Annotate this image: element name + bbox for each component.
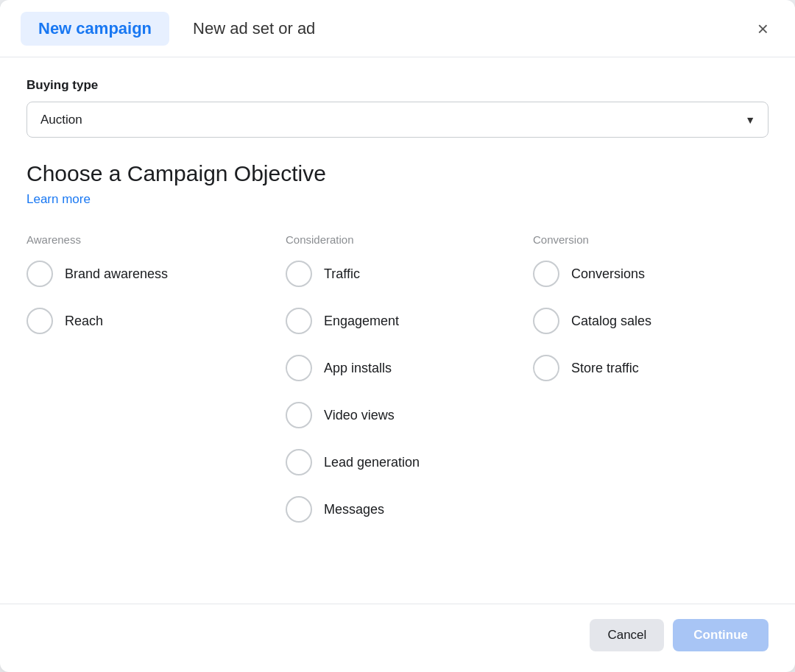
messages-option[interactable]: Messages bbox=[286, 496, 509, 523]
modal-body: Buying type Auction Reach and Frequency … bbox=[0, 57, 795, 604]
brand-awareness-radio[interactable] bbox=[26, 261, 53, 287]
brand-awareness-option[interactable]: Brand awareness bbox=[26, 261, 262, 287]
tab-new-campaign[interactable]: New campaign bbox=[21, 12, 169, 46]
app-installs-radio[interactable] bbox=[286, 355, 312, 381]
store-traffic-label: Store traffic bbox=[571, 361, 639, 376]
traffic-option[interactable]: Traffic bbox=[286, 261, 509, 287]
messages-radio[interactable] bbox=[286, 496, 312, 523]
traffic-label: Traffic bbox=[324, 266, 360, 282]
awareness-column-header: Awareness bbox=[26, 233, 262, 246]
awareness-column: Awareness Brand awareness Reach bbox=[26, 233, 274, 586]
conversions-radio[interactable] bbox=[533, 261, 559, 287]
consideration-column-header: Consideration bbox=[286, 233, 509, 246]
engagement-label: Engagement bbox=[324, 314, 399, 329]
catalog-sales-option[interactable]: Catalog sales bbox=[533, 308, 757, 334]
video-views-radio[interactable] bbox=[286, 402, 312, 428]
cancel-button[interactable]: Cancel bbox=[590, 619, 664, 651]
lead-generation-option[interactable]: Lead generation bbox=[286, 449, 509, 475]
store-traffic-radio[interactable] bbox=[533, 355, 559, 381]
catalog-sales-label: Catalog sales bbox=[571, 314, 651, 329]
reach-label: Reach bbox=[65, 314, 103, 329]
buying-type-select-wrapper: Auction Reach and Frequency ▼ bbox=[26, 102, 768, 138]
lead-generation-radio[interactable] bbox=[286, 449, 312, 475]
conversion-column: Conversion Conversions Catalog sales Sto… bbox=[521, 233, 768, 586]
modal-header: New campaign New ad set or ad × bbox=[0, 0, 795, 57]
modal-footer: Cancel Continue bbox=[0, 604, 795, 672]
tab-new-ad-set[interactable]: New ad set or ad bbox=[193, 19, 315, 38]
traffic-radio[interactable] bbox=[286, 261, 312, 287]
app-installs-label: App installs bbox=[324, 361, 392, 376]
store-traffic-option[interactable]: Store traffic bbox=[533, 355, 757, 381]
close-button[interactable]: × bbox=[752, 16, 774, 41]
continue-button[interactable]: Continue bbox=[673, 619, 768, 651]
catalog-sales-radio[interactable] bbox=[533, 308, 559, 334]
video-views-option[interactable]: Video views bbox=[286, 402, 509, 428]
reach-option[interactable]: Reach bbox=[26, 308, 262, 334]
video-views-label: Video views bbox=[324, 408, 395, 423]
buying-type-label: Buying type bbox=[26, 78, 768, 93]
buying-type-select[interactable]: Auction Reach and Frequency bbox=[26, 102, 768, 138]
conversion-column-header: Conversion bbox=[533, 233, 757, 246]
consideration-column: Consideration Traffic Engagement App ins… bbox=[274, 233, 521, 586]
engagement-radio[interactable] bbox=[286, 308, 312, 334]
messages-label: Messages bbox=[324, 502, 384, 517]
app-installs-option[interactable]: App installs bbox=[286, 355, 509, 381]
learn-more-link[interactable]: Learn more bbox=[26, 192, 768, 207]
campaign-modal: New campaign New ad set or ad × Buying t… bbox=[0, 0, 795, 672]
conversions-label: Conversions bbox=[571, 266, 645, 282]
campaign-objective-title: Choose a Campaign Objective bbox=[26, 161, 768, 186]
brand-awareness-label: Brand awareness bbox=[65, 266, 168, 282]
reach-radio[interactable] bbox=[26, 308, 53, 334]
engagement-option[interactable]: Engagement bbox=[286, 308, 509, 334]
objectives-grid: Awareness Brand awareness Reach Consider… bbox=[26, 233, 768, 586]
lead-generation-label: Lead generation bbox=[324, 455, 420, 470]
conversions-option[interactable]: Conversions bbox=[533, 261, 757, 287]
